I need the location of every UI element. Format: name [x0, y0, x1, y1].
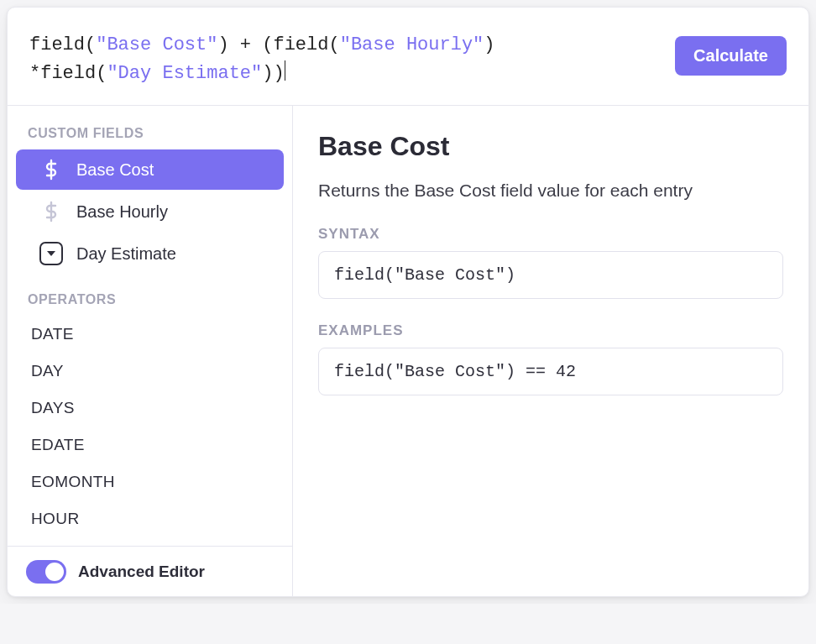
- formula-row: field("Base Cost") + (field("Base Hourly…: [8, 8, 808, 106]
- formula-input[interactable]: field("Base Cost") + (field("Base Hourly…: [29, 31, 655, 88]
- operator-item-days[interactable]: DAYS: [8, 390, 292, 427]
- example-codebox: field("Base Cost") == 42: [318, 348, 783, 395]
- formula-token-paren: ): [484, 34, 494, 55]
- advanced-editor-label: Advanced Editor: [78, 563, 205, 581]
- formula-token-paren: (: [262, 34, 273, 55]
- formula-token-paren: ): [262, 63, 273, 84]
- currency-icon: [39, 159, 63, 181]
- operator-item-hour[interactable]: HOUR: [8, 500, 292, 537]
- formula-token-paren: ): [217, 34, 228, 55]
- detail-title: Base Cost: [318, 131, 783, 162]
- field-item-base-hourly[interactable]: Base Hourly: [16, 191, 284, 232]
- operator-item-eomonth[interactable]: EOMONTH: [8, 463, 292, 500]
- sidebar: CUSTOM FIELDS Base CostBase HourlyDay Es…: [8, 106, 293, 596]
- toggle-knob: [45, 563, 64, 581]
- formula-token-fn: field: [40, 63, 96, 84]
- formula-token-str: "Base Hourly": [340, 34, 484, 55]
- operators-list: DATEDAYDAYSEDATEEOMONTHHOUR: [8, 316, 292, 537]
- formula-token-op: *: [29, 63, 40, 84]
- detail-description: Returns the Base Cost field value for ea…: [318, 177, 755, 204]
- formula-token-paren: ): [273, 63, 284, 84]
- formula-token-fn: field: [273, 34, 328, 55]
- field-item-label: Day Estimate: [76, 244, 176, 264]
- examples-label: EXAMPLES: [318, 322, 783, 339]
- formula-token-paren: (: [328, 34, 339, 55]
- formula-token-paren: (: [85, 34, 96, 55]
- operator-item-day[interactable]: DAY: [8, 353, 292, 390]
- currency-icon: [39, 201, 63, 223]
- sidebar-scroll: CUSTOM FIELDS Base CostBase HourlyDay Es…: [8, 106, 292, 546]
- formula-token-paren: (: [96, 63, 107, 84]
- field-item-label: Base Cost: [76, 160, 154, 180]
- syntax-label: SYNTAX: [318, 226, 783, 243]
- operator-item-date[interactable]: DATE: [8, 316, 292, 353]
- text-caret: [285, 60, 285, 81]
- calculate-button[interactable]: Calculate: [675, 36, 787, 76]
- formula-token-fn: field: [29, 34, 85, 55]
- custom-fields-heading: CUSTOM FIELDS: [8, 126, 292, 149]
- operators-heading: OPERATORS: [8, 292, 292, 316]
- operator-item-edate[interactable]: EDATE: [8, 427, 292, 463]
- field-item-label: Base Hourly: [76, 202, 168, 222]
- field-item-base-cost[interactable]: Base Cost: [16, 149, 284, 190]
- custom-fields-list: Base CostBase HourlyDay Estimate: [8, 149, 292, 274]
- field-item-day-estimate[interactable]: Day Estimate: [16, 233, 284, 274]
- advanced-editor-toggle[interactable]: [26, 560, 66, 584]
- dropdown-icon: [39, 242, 63, 265]
- sidebar-footer: Advanced Editor: [8, 546, 292, 596]
- body-row: CUSTOM FIELDS Base CostBase HourlyDay Es…: [8, 106, 808, 596]
- formula-editor-panel: field("Base Cost") + (field("Base Hourly…: [7, 7, 809, 597]
- syntax-codebox: field("Base Cost"): [318, 251, 783, 299]
- formula-token-str: "Base Cost": [96, 34, 217, 55]
- detail-panel: Base Cost Returns the Base Cost field va…: [293, 106, 808, 596]
- formula-token-str: "Day Estimate": [107, 63, 262, 84]
- formula-token-op: +: [229, 34, 263, 55]
